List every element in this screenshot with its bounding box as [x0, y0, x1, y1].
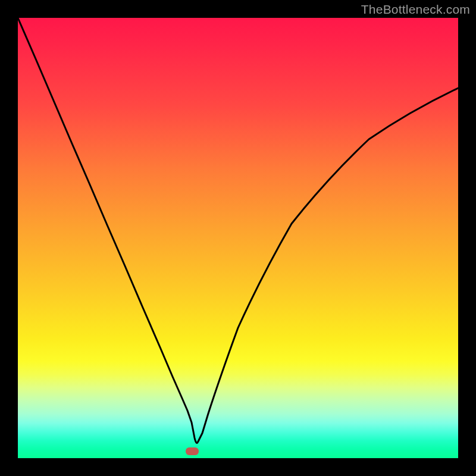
chart-plot-area: [18, 18, 458, 458]
watermark-text: TheBottleneck.com: [361, 2, 470, 17]
bottleneck-curve-path: [18, 18, 458, 443]
optimal-point-marker: [186, 447, 199, 455]
curve-svg: [18, 18, 458, 458]
